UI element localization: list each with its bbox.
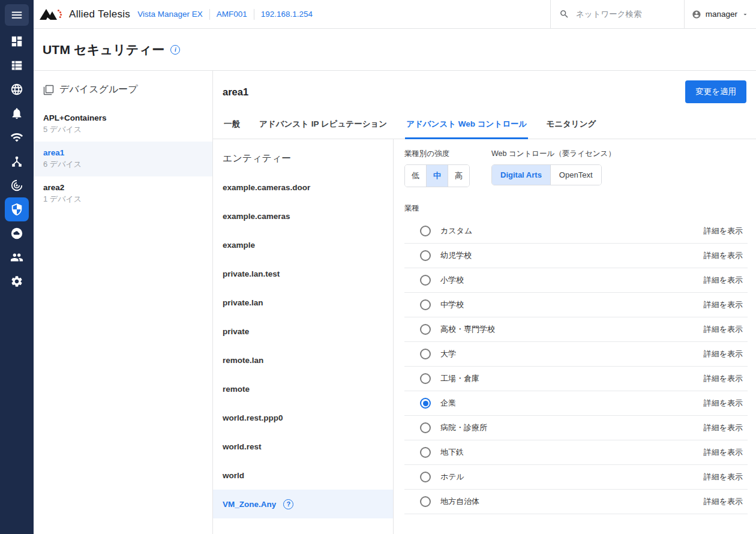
tab[interactable]: モニタリング — [545, 110, 597, 139]
segment-option[interactable]: 中 — [426, 165, 448, 187]
show-details-link[interactable]: 詳細を表示 — [704, 299, 743, 310]
show-details-link[interactable]: 詳細を表示 — [704, 422, 743, 433]
sidebar-item-utm-security[interactable] — [5, 197, 29, 221]
entity-item[interactable]: private.lan.test — [213, 259, 393, 288]
traffic-swirl-icon — [10, 179, 23, 192]
sidebar-item-network-map[interactable] — [5, 77, 29, 101]
entity-list: example.cameras.door example.cameras exa… — [213, 173, 393, 518]
show-details-link[interactable]: 詳細を表示 — [704, 324, 743, 335]
industry-row: ホテル 詳細を表示 — [404, 465, 748, 490]
show-details-link[interactable]: 詳細を表示 — [704, 472, 743, 482]
industry-radio[interactable] — [420, 250, 431, 261]
device-group-icon — [43, 85, 54, 95]
sidebar-item-dashboard[interactable] — [5, 29, 29, 53]
industry-radio[interactable] — [420, 373, 431, 384]
industry-label-text: 小学校 — [440, 275, 464, 286]
industry-row: 大学 詳細を表示 — [404, 342, 748, 367]
entity-item[interactable]: example — [213, 230, 393, 259]
industry-radio[interactable] — [420, 299, 431, 310]
entity-item[interactable]: world — [213, 461, 393, 490]
app-name-link[interactable]: Vista Manager EX — [137, 10, 203, 19]
show-details-link[interactable]: 詳細を表示 — [704, 250, 743, 261]
help-icon[interactable]: ? — [283, 499, 293, 509]
entity-item[interactable]: world.rest — [213, 432, 393, 461]
entity-item[interactable]: remote.lan — [213, 346, 393, 374]
sidebar-item-settings[interactable] — [5, 269, 29, 293]
device-groups-panel: デバイスグループ APL+Containers 5 デバイス area1 6 デ… — [34, 71, 213, 534]
industry-row: 高校・専門学校 詳細を表示 — [404, 317, 748, 342]
sidebar-item-menu[interactable] — [5, 4, 29, 26]
device-groups-title: デバイスグループ — [59, 83, 138, 96]
industry-radio[interactable] — [420, 275, 431, 286]
sidebar-item-topology[interactable] — [5, 149, 29, 173]
divider — [209, 9, 210, 20]
avatar — [692, 7, 701, 22]
show-details-link[interactable]: 詳細を表示 — [704, 349, 743, 359]
sidebar-item-traffic[interactable] — [5, 173, 29, 197]
segment-option[interactable]: 低 — [405, 165, 426, 187]
entity-item[interactable]: private.lan — [213, 288, 393, 317]
device-group-name: APL+Containers — [43, 113, 203, 122]
show-details-link[interactable]: 詳細を表示 — [704, 226, 743, 236]
show-details-link[interactable]: 詳細を表示 — [704, 275, 743, 286]
industry-label: 業種 — [404, 203, 748, 214]
industry-radio[interactable] — [420, 226, 431, 236]
tab[interactable]: アドバンスト Web コントロール — [405, 110, 528, 139]
device-group-item[interactable]: APL+Containers 5 デバイス — [34, 107, 212, 142]
settings-gear-icon — [10, 275, 23, 288]
tab[interactable]: 一般 — [223, 110, 241, 139]
industry-radio[interactable] — [420, 472, 431, 482]
industry-radio[interactable] — [420, 422, 431, 433]
events-bell-icon — [10, 107, 23, 120]
entity-item[interactable]: remote — [213, 374, 393, 403]
chevron-down-icon — [742, 9, 749, 20]
industry-label-text: 病院・診療所 — [440, 422, 487, 433]
industry-radio[interactable] — [420, 398, 431, 409]
sidebar-item-wireless[interactable] — [5, 125, 29, 149]
show-details-link[interactable]: 詳細を表示 — [704, 496, 743, 507]
info-icon[interactable]: i — [170, 45, 180, 55]
sidebar-item-device-list[interactable] — [5, 53, 29, 77]
sidebar-item-users[interactable] — [5, 245, 29, 269]
device-group-item[interactable]: area1 6 デバイス — [34, 142, 212, 176]
device-group-count: 6 デバイス — [43, 159, 203, 170]
show-details-link[interactable]: 詳細を表示 — [704, 447, 743, 458]
entity-label: world.rest.ppp0 — [223, 413, 283, 422]
entity-item[interactable]: example.cameras.door — [213, 173, 393, 202]
device-group-item[interactable]: area2 1 デバイス — [34, 176, 212, 211]
segment-option[interactable]: Digital Arts — [492, 165, 550, 185]
app-sidebar — [0, 0, 34, 534]
page-title: UTM セキュリティー — [43, 41, 164, 58]
segment-option[interactable]: 高 — [448, 165, 469, 187]
main-header: area1 変更を適用 — [213, 71, 756, 107]
sidebar-item-events[interactable] — [5, 101, 29, 125]
entity-label: example — [223, 241, 255, 250]
show-details-link[interactable]: 詳細を表示 — [704, 373, 743, 384]
network-name-link[interactable]: AMF001 — [217, 10, 247, 19]
apply-changes-button[interactable]: 変更を適用 — [685, 80, 746, 103]
industry-row: 工場・倉庫 詳細を表示 — [404, 367, 748, 391]
industry-radio[interactable] — [420, 496, 431, 507]
device-group-count: 5 デバイス — [43, 124, 203, 135]
entity-item[interactable]: world.rest.ppp0 — [213, 403, 393, 432]
device-group-list: APL+Containers 5 デバイス area1 6 デバイス area2… — [34, 107, 212, 211]
user-menu[interactable]: manager — [684, 0, 756, 28]
industry-radio[interactable] — [420, 447, 431, 458]
entity-item[interactable]: example.cameras — [213, 202, 393, 230]
entity-label: remote.lan — [223, 356, 263, 365]
entity-label: private.lan — [223, 298, 263, 307]
entity-item[interactable]: VM_Zone.Any ? — [213, 490, 393, 518]
industry-radio[interactable] — [420, 349, 431, 359]
logo-wordmark: Allied Telesis — [69, 8, 130, 20]
entities-title: エンティティー — [213, 139, 393, 173]
strength-control: 業種別の強度 低中高 — [404, 149, 470, 187]
sidebar-item-cloud[interactable] — [5, 221, 29, 245]
tab[interactable]: アドバンスト IP レピュテーション — [258, 110, 388, 139]
topology-icon — [10, 155, 23, 168]
industry-radio[interactable] — [420, 324, 431, 335]
show-details-link[interactable]: 詳細を表示 — [704, 398, 743, 409]
entity-item[interactable]: private — [213, 317, 393, 346]
ip-address-link[interactable]: 192.168.1.254 — [261, 10, 313, 19]
search-input[interactable] — [575, 9, 665, 19]
segment-option[interactable]: OpenText — [550, 165, 601, 185]
